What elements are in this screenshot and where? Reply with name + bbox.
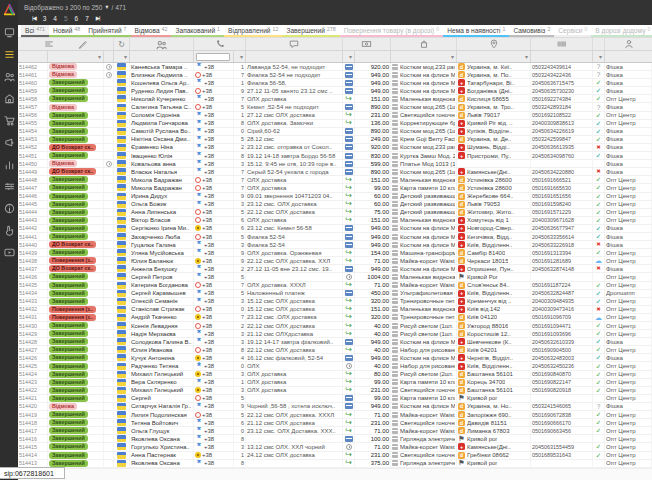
call-status-icon[interactable]: * <box>195 299 203 304</box>
order-row[interactable]: 514441ЗавершенийЗахарченко Люба+385Фиалк… <box>18 233 652 241</box>
phone-number[interactable]: +38 <box>204 331 214 337</box>
page-button-6[interactable]: 6 <box>75 15 79 22</box>
order-row[interactable]: 514445ЗавершенийОльга Божик*+38323.12 см… <box>18 201 652 209</box>
client-name[interactable]: Солодкова Галина В.. <box>130 338 194 345</box>
order-row[interactable]: 514448ЗавершенийМикола Бадражан+387ОЛХ д… <box>18 176 652 184</box>
order-row[interactable]: 514456ЗавершенийСоломія Сідоніна*+38127.… <box>18 112 652 120</box>
order-row[interactable]: 514457ВідмоваСалегина Татьяна С..+385Кем… <box>18 103 652 111</box>
order-row[interactable]: 514459ЗавершенийРуденко Лидия Пав..+3892… <box>18 87 652 95</box>
phone-number[interactable]: +38 <box>202 72 212 78</box>
phone-number[interactable]: +38 <box>202 88 212 94</box>
call-status-icon[interactable] <box>195 225 201 231</box>
client-name[interactable]: Станіслав Стрижак <box>130 306 194 313</box>
phone-filter-input[interactable] <box>196 53 230 61</box>
tab-11[interactable]: В дорозі додому0 <box>591 25 652 37</box>
call-status-icon[interactable] <box>195 395 201 401</box>
page-button-4[interactable]: 4 <box>53 15 57 22</box>
order-row[interactable]: 514461ВідмоваБлизнюк Людмила ..+387Фиалк… <box>18 71 652 79</box>
filter-product[interactable]: ▾ <box>391 51 457 62</box>
sidebar-item-orders[interactable] <box>0 43 18 65</box>
client-name[interactable]: Каневська Тамара .. <box>130 63 194 70</box>
sidebar-item-cart[interactable] <box>0 109 18 131</box>
app-logo[interactable] <box>3 2 16 15</box>
phone-number[interactable]: +38 <box>202 258 212 264</box>
sidebar-item-video[interactable] <box>0 241 18 263</box>
order-row[interactable]: 514434ЗавершенийСергей Карамышев*+385Нал… <box>18 290 652 298</box>
order-row[interactable]: 514442ЗавершенийСергіюнко Ірина Ми..+386… <box>18 225 652 233</box>
phone-number[interactable]: +38 <box>204 153 214 159</box>
phone-number[interactable]: +38 <box>202 395 212 401</box>
order-row[interactable]: 514449ДО Возврат ск..Власюк Наталья*+387… <box>18 168 652 176</box>
phone-number[interactable]: +38 <box>204 298 214 304</box>
phone-number[interactable]: +38 <box>204 420 214 426</box>
phone-number[interactable]: +38 <box>202 234 212 240</box>
client-name[interactable]: Соломія Сідоніна <box>130 112 194 119</box>
call-status-icon[interactable]: * <box>195 291 203 296</box>
filter-city[interactable]: ▾ <box>457 51 531 62</box>
call-status-icon[interactable]: * <box>195 428 203 433</box>
client-name[interactable]: Гуцалюк Галина <box>130 241 194 248</box>
phone-number[interactable]: +38 <box>202 355 212 361</box>
filter-clock[interactable] <box>104 51 114 62</box>
client-name[interactable]: Лилия Подолинская <box>130 411 194 418</box>
call-status-icon[interactable] <box>195 387 201 393</box>
tab-1[interactable]: Новий48 <box>49 25 84 37</box>
call-status-icon[interactable] <box>195 177 201 183</box>
call-status-icon[interactable] <box>195 185 201 191</box>
client-name[interactable]: Микола Бадражан <box>130 176 194 183</box>
call-status-icon[interactable]: * <box>195 145 203 150</box>
client-name[interactable]: Катерина Богданова <box>130 282 194 289</box>
client-name[interactable]: Власюк Наталья <box>130 168 194 175</box>
client-name[interactable]: Ольга Глущук <box>130 427 194 434</box>
call-status-icon[interactable] <box>195 234 201 240</box>
phone-number[interactable]: +38 <box>202 217 212 223</box>
order-row[interactable]: 514450ВідмоваКовальова анна*+38315.12. 9… <box>18 160 652 168</box>
client-name[interactable]: Ирина Дидух <box>130 193 194 200</box>
call-status-icon[interactable]: * <box>195 153 203 158</box>
client-name[interactable]: Самотій Руслана Во.. <box>130 128 194 135</box>
order-row[interactable]: 514454ЗавершенийСамотій Руслана Во..*+38… <box>18 128 652 136</box>
order-row[interactable]: 514422ЗавершенийМихаил Гилецький+383ОЛХ … <box>18 387 652 395</box>
call-status-icon[interactable] <box>195 72 201 78</box>
sidebar-item-contacts[interactable] <box>0 65 18 87</box>
call-status-icon[interactable]: * <box>195 169 203 174</box>
order-row[interactable]: 514435ЗавершенийКатерина Богданова+387ОЛ… <box>18 282 652 290</box>
call-status-icon[interactable]: * <box>195 331 203 336</box>
call-status-icon[interactable]: * <box>195 96 203 101</box>
order-row[interactable]: 514430ЗавершенийКсенія Левадняя+38222.12… <box>18 322 652 330</box>
order-row[interactable]: 514460ЗавершенийКошелева Ольга Ар..*+381… <box>18 79 652 87</box>
order-row[interactable]: 514424ЗавершенийМихаил Гилецький+383ОЛХ … <box>18 371 652 379</box>
order-row[interactable]: 514426ЗавершенийКучук Антонина+38416.12 … <box>18 354 652 362</box>
client-name[interactable]: Яковлева Оксана <box>130 435 194 442</box>
order-row[interactable]: 514425ЗавершенийРадченко Тетяна*+380ОЛХ4… <box>18 362 652 370</box>
sidebar-item-settings[interactable] <box>0 175 18 197</box>
page-button-3[interactable]: 3 <box>43 15 47 22</box>
client-name[interactable]: Близнюк Людмила .. <box>130 71 194 78</box>
tab-3[interactable]: Відмова42 <box>131 25 172 37</box>
phone-number[interactable]: +38 <box>204 96 214 102</box>
phone-number[interactable]: +38 <box>202 104 212 110</box>
tab-10[interactable]: Сервіси0 <box>554 25 591 37</box>
call-status-icon[interactable]: * <box>195 404 203 409</box>
order-row[interactable]: 514440ДО Возврат ск..Гуцалюк Галина*+383… <box>18 241 652 249</box>
call-status-icon[interactable]: * <box>195 121 203 126</box>
client-name[interactable]: Уляна Мусійовська <box>130 249 194 256</box>
tab-0[interactable]: Всі471 <box>21 25 49 37</box>
client-name[interactable]: Михаил Гилецький <box>130 371 194 378</box>
phone-number[interactable]: +38 <box>204 436 214 442</box>
call-status-icon[interactable]: * <box>195 242 203 247</box>
call-status-icon[interactable] <box>195 452 201 458</box>
call-status-icon[interactable] <box>195 258 201 264</box>
order-row[interactable]: 514433ЗавершенийОлексій Семанін*+38315.1… <box>18 298 652 306</box>
order-row[interactable]: 514438Повернення (з..Юлия Баланюк+38922.… <box>18 257 652 265</box>
header-ttn[interactable] <box>531 38 593 50</box>
client-name[interactable]: Сергей Петров <box>130 273 194 280</box>
phone-number[interactable]: +38 <box>204 444 214 450</box>
call-status-icon[interactable]: * <box>195 444 203 449</box>
client-name[interactable]: Яковлева Оксана <box>130 460 194 467</box>
order-row[interactable]: 514429ЗавершенийНадія Мерзаєва*+38321.12… <box>18 330 652 338</box>
call-status-icon[interactable]: * <box>195 161 203 166</box>
filter-price[interactable] <box>355 51 391 62</box>
tab-9[interactable]: Самовивіз2 <box>509 25 554 37</box>
order-row[interactable]: 514455ЗавершенийЛюдмила Гончарова*+388ОЛ… <box>18 120 652 128</box>
